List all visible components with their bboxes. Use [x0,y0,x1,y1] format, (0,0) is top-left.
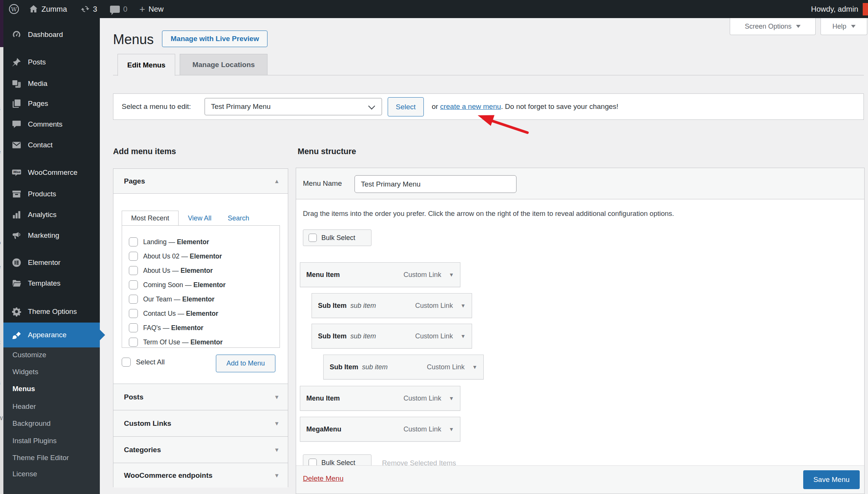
sidebar-item-posts[interactable]: Posts [3,52,100,72]
sidebar-item-pages[interactable]: Pages [3,94,100,113]
sidebar-item-marketing[interactable]: Marketing [3,226,100,245]
chevron-down-icon [274,447,280,453]
menu-structure-item-sub-item-1[interactable]: Sub Item sub item Custom Link ▼ [312,293,472,318]
wordpress-admin-screen: s e o e k s W t t W Zumma 3 0 [0,0,868,494]
page-title: Menus [113,32,154,47]
menu-structure-item-sub-item-3[interactable]: Sub Item sub item Custom Link ▼ [323,355,484,379]
page-checkbox[interactable] [129,338,138,347]
page-checkbox[interactable] [129,280,138,289]
screen-options-button[interactable]: Screen Options [730,18,816,35]
chevron-down-icon[interactable]: ▼ [449,395,454,401]
submenu-item-menus[interactable]: Menus [3,381,100,396]
page-checkbox[interactable] [129,266,138,275]
chevron-down-icon[interactable]: ▼ [460,303,466,309]
howdy-text[interactable]: Howdy, admin [811,5,858,14]
accordion-header-woocommerce-endpoints[interactable]: WooCommerce endpoints [113,463,288,488]
chevron-down-icon[interactable]: ▼ [449,272,454,278]
page-checkbox[interactable] [129,323,138,332]
submenu-item-background[interactable]: Background [3,416,100,431]
submenu-item-customize[interactable]: Customize [3,347,100,362]
pages-tab-most-recent[interactable]: Most Recent [122,211,179,226]
admin-bar: W Zumma 3 0 + New Howdy, admin [3,0,868,18]
admin-bar-site-link[interactable]: Zumma [29,5,67,14]
admin-bar-new-button[interactable]: + New [139,5,164,14]
select-all-checkbox[interactable] [122,358,131,367]
chevron-down-icon [274,394,280,400]
tab-manage-locations[interactable]: Manage Locations [180,54,267,75]
home-icon [29,5,38,14]
chevron-up-icon [274,178,280,184]
brush-icon [12,330,21,340]
page-checkbox[interactable] [129,295,138,304]
save-menu-button[interactable]: Save Menu [803,470,860,489]
selected-menu-value: Test Primary Menu [211,102,270,111]
pages-accordion-title: Pages [124,177,145,185]
chevron-down-icon [796,25,801,28]
bulk-select-top: Bulk Select [303,229,371,246]
sidebar-item-dashboard[interactable]: Dashboard [3,25,100,44]
page-checkbox[interactable] [129,309,138,318]
page-checkbox-row: About Us — Elementor [129,264,213,277]
appearance-submenu: Themes 1 Customize Widgets Menus Header … [3,329,100,494]
pages-tab-search[interactable]: Search [225,211,252,226]
help-button[interactable]: Help [821,18,867,35]
sidebar-item-contact[interactable]: Contact [3,135,100,155]
sidebar-item-media[interactable]: Media [3,74,100,93]
new-label: New [148,5,164,14]
envelope-icon [12,140,21,150]
accordion-header-posts[interactable]: Posts [113,384,288,410]
tab-edit-menus[interactable]: Edit Menus [118,54,175,76]
menu-structure-instructions: Drag the items into the order you prefer… [303,210,674,218]
svg-text:Woo: Woo [13,170,20,174]
page-checkbox[interactable] [129,237,138,246]
sidebar-item-analytics[interactable]: Analytics [3,205,100,225]
sidebar-item-woocommerce[interactable]: Woo WooCommerce [3,163,100,182]
accordion-header-categories[interactable]: Categories [113,436,288,463]
sidebar-item-products[interactable]: Products [3,184,100,204]
menu-name-input[interactable] [355,175,517,193]
submenu-item-theme-file-editor[interactable]: Theme File Editor [3,450,100,465]
menu-structure-item-megamenu-5[interactable]: MegaMenu Custom Link ▼ [300,417,460,442]
sidebar-item-templates[interactable]: Templates [3,274,100,293]
menu-structure-footer: Delete Menu Save Menu [296,465,864,494]
bar-chart-icon [12,210,21,220]
admin-bar-updates[interactable]: 3 [81,5,97,14]
pages-checklist: Landing — Elementor About Us 02 — Elemen… [122,225,280,348]
wordpress-logo-icon[interactable]: W [9,4,19,14]
page-checkbox[interactable] [129,252,138,261]
avatar[interactable] [863,3,868,15]
chevron-down-icon [368,102,375,109]
manage-live-preview-button[interactable]: Manage with Live Preview [162,31,267,47]
menu-structure-item-sub-item-2[interactable]: Sub Item sub item Custom Link ▼ [312,324,472,349]
menu-structure-item-menu-item-4[interactable]: Menu Item Custom Link ▼ [300,386,460,411]
chevron-down-icon[interactable]: ▼ [460,333,466,339]
submenu-item-install-plugins[interactable]: Install Plugins [3,433,100,448]
pages-tab-view-all[interactable]: View All [185,211,214,226]
menu-select-dropdown[interactable]: Test Primary Menu [205,98,382,115]
add-menu-items-panel: Pages Most Recent View All Search Landin… [113,168,288,487]
submenu-item-license[interactable]: License [3,466,100,482]
sidebar-item-appearance[interactable]: Appearance [3,323,100,347]
pages-accordion-header[interactable]: Pages [113,169,288,194]
menu-name-header: Menu Name [296,168,864,199]
accordion-header-custom-links[interactable]: Custom Links [113,410,288,436]
menu-structure-heading: Menu structure [298,147,356,156]
admin-bar-comments[interactable]: 0 [110,5,127,14]
admin-bar-site-name: Zumma [41,5,67,14]
create-new-menu-link[interactable]: create a new menu [440,102,501,111]
chevron-down-icon[interactable]: ▼ [472,364,477,370]
sidebar-item-elementor[interactable]: Elementor [3,253,100,272]
screen-options-label: Screen Options [745,23,792,31]
sidebar-item-comments[interactable]: Comments [3,115,100,134]
sidebar-item-theme-options[interactable]: Theme Options [3,302,100,321]
chevron-down-icon[interactable]: ▼ [449,426,454,432]
select-button[interactable]: Select [388,97,424,116]
menu-structure-item-menu-item-0[interactable]: Menu Item Custom Link ▼ [300,262,460,287]
submenu-item-header[interactable]: Header [3,399,100,414]
page-checkbox-row: Landing — Elementor [129,236,209,248]
add-to-menu-button[interactable]: Add to Menu [216,355,275,372]
submenu-item-widgets[interactable]: Widgets [3,364,100,379]
chevron-down-icon [274,472,280,479]
bulk-select-checkbox[interactable] [309,234,317,242]
delete-menu-link[interactable]: Delete Menu [303,474,344,483]
